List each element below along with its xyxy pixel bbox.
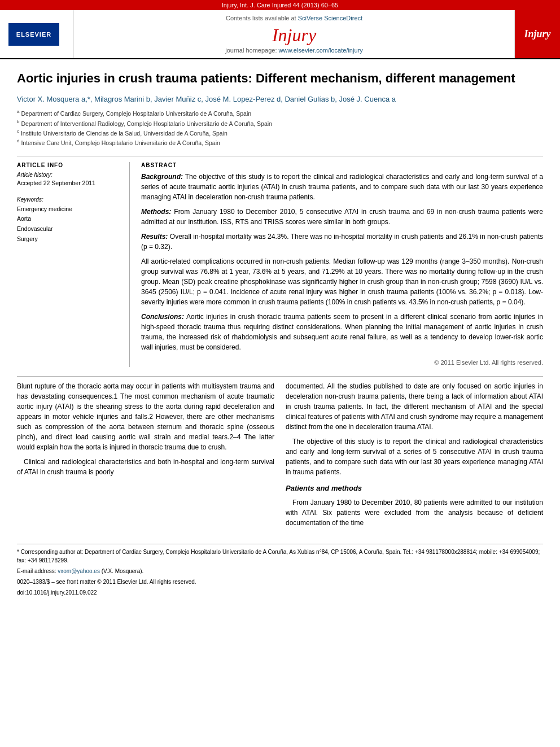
authors: Victor X. Mosquera a,*, Milagros Marini … <box>17 94 543 106</box>
body-para-4: The objective of this study is to report… <box>286 436 543 477</box>
journal-homepage: journal homepage: www.elsevier.com/locat… <box>225 47 362 54</box>
article-title: Aortic injuries in crush trauma patients… <box>17 71 543 87</box>
journal-title: Injury <box>272 25 316 46</box>
keywords-list: Emergency medicine Aorta Endovascular Su… <box>17 204 121 244</box>
abstract-methods: Methods: From January 1980 to December 2… <box>141 207 543 227</box>
article-info-label: ARTICLE INFO <box>17 162 121 168</box>
author-email-link[interactable]: vxom@yahoo.es <box>58 568 100 574</box>
footnote-section: * Corresponding author at: Department of… <box>17 544 543 597</box>
abstract-results-1: Results: Overall in-hospital mortality w… <box>141 231 543 252</box>
sciverse-link: Contents lists available at SciVerse Sci… <box>226 15 362 21</box>
corresponding-author-note: * Corresponding author at: Department of… <box>17 548 543 565</box>
abstract-background: Background: The objective of this study … <box>141 172 543 202</box>
body-para-2: Clinical and radiological characteristic… <box>17 457 274 477</box>
abstract-results-2: All aortic-related complications occurre… <box>141 256 543 307</box>
body-para-5: From January 1980 to December 2010, 80 p… <box>286 497 543 528</box>
article-info-abstract: ARTICLE INFO Article history: Accepted 2… <box>17 162 543 368</box>
email-note: E-mail address: vxom@yahoo.es (V.X. Mosq… <box>17 567 543 575</box>
body-column-2: documented. All the studies published to… <box>286 381 543 532</box>
sciverse-sciencedirect-link[interactable]: SciVerse ScienceDirect <box>298 15 362 21</box>
keyword-4: Surgery <box>17 234 121 244</box>
journal-header: ELSEVIER Contents lists available at Sci… <box>0 10 560 59</box>
article-history-label: Article history: <box>17 172 121 178</box>
journal-citation: Injury, Int. J. Care Injured 44 (2013) 6… <box>222 2 338 8</box>
article-info-column: ARTICLE INFO Article history: Accepted 2… <box>17 162 130 368</box>
body-section: Blunt rupture of the thoracic aorta may … <box>17 376 543 597</box>
abstract-column: ABSTRACT Background: The objective of th… <box>141 162 543 368</box>
journal-homepage-link[interactable]: www.elsevier.com/locate/injury <box>279 47 363 54</box>
body-para-1: Blunt rupture of the thoracic aorta may … <box>17 381 274 452</box>
body-para-3: documented. All the studies published to… <box>286 381 543 432</box>
abstract-text: Background: The objective of this study … <box>141 172 543 368</box>
affiliations: a Department of Cardiac Surgery, Complej… <box>17 108 543 147</box>
journal-branding: Contents lists available at SciVerse Sci… <box>73 10 515 58</box>
keyword-2: Aorta <box>17 214 121 224</box>
injury-badge: Injury <box>515 10 560 58</box>
keywords-label: Keywords: <box>17 196 121 203</box>
keyword-1: Emergency medicine <box>17 204 121 215</box>
elsevier-logo-section: ELSEVIER <box>0 10 73 58</box>
doi-note: doi:10.1016/j.injury.2011.09.022 <box>17 588 543 597</box>
body-columns: Blunt rupture of the thoracic aorta may … <box>17 381 543 532</box>
abstract-section-label: ABSTRACT <box>141 162 543 168</box>
body-column-1: Blunt rupture of the thoracic aorta may … <box>17 381 274 532</box>
issn-note: 0020–1383/$ – see front matter © 2011 El… <box>17 578 543 586</box>
copyright-notice: © 2011 Elsevier Ltd. All rights reserved… <box>141 358 543 368</box>
article-accepted-date: Accepted 22 September 2011 <box>17 180 121 186</box>
keyword-3: Endovascular <box>17 224 121 234</box>
elsevier-logo: ELSEVIER <box>8 23 59 46</box>
section-divider <box>17 156 543 156</box>
top-bar: Injury, Int. J. Care Injured 44 (2013) 6… <box>0 0 560 10</box>
patients-methods-heading: Patients and methods <box>286 483 543 494</box>
main-content: Aortic injuries in crush trauma patients… <box>0 59 560 610</box>
abstract-conclusions: Conclusions: Aortic injuries in crush th… <box>141 312 543 352</box>
